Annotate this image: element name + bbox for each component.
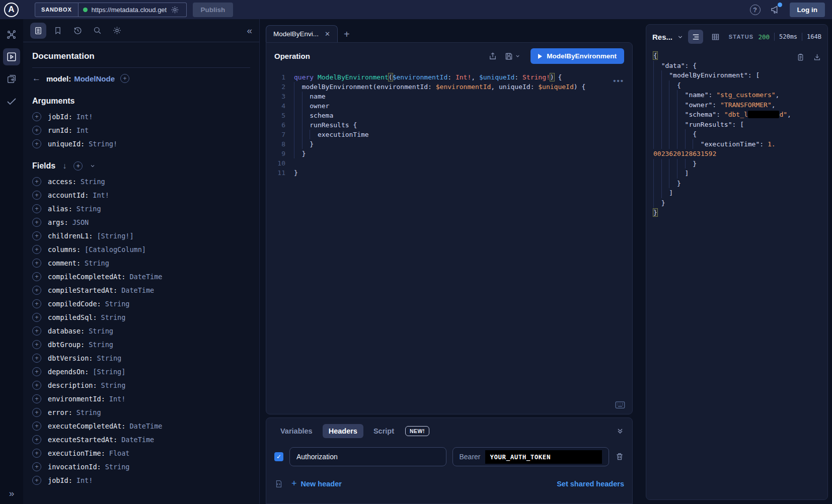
apollo-logo[interactable]: A	[4, 3, 19, 17]
field-type[interactable]: String	[85, 259, 109, 267]
field-row[interactable]: +childrenL1:[String!]	[32, 229, 250, 242]
add-field-plus-icon[interactable]: +	[32, 245, 41, 254]
field-row[interactable]: +jobId:Int!	[32, 473, 250, 487]
field-row[interactable]: +columns:[CatalogColumn]	[32, 242, 250, 256]
new-tab-plus-icon[interactable]: +	[343, 29, 353, 42]
settings-gear-icon[interactable]	[109, 23, 125, 39]
field-type[interactable]: Int!	[77, 476, 93, 484]
close-tab-icon[interactable]: ✕	[325, 30, 330, 38]
tab-variables[interactable]: Variables	[274, 424, 319, 438]
field-type[interactable]: String	[89, 341, 113, 349]
header-value-input[interactable]: Bearer YOUR_AUTH_TOKEN	[452, 447, 610, 466]
field-type[interactable]: String	[77, 205, 101, 213]
field-row[interactable]: +dbtGroup:String	[32, 338, 250, 351]
add-field-plus-icon[interactable]: +	[32, 299, 41, 308]
pretty-print-view-icon[interactable]	[688, 30, 703, 44]
publish-button[interactable]: Publish	[193, 3, 234, 17]
new-header-button[interactable]: + New header	[291, 478, 342, 489]
field-row[interactable]: +description:String	[32, 378, 250, 392]
auth-token-value[interactable]: YOUR_AUTH_TOKEN	[485, 450, 602, 464]
schema-graph-icon[interactable]	[3, 26, 20, 43]
add-field-plus-icon[interactable]: +	[32, 408, 41, 417]
field-row[interactable]: +error:String	[32, 405, 250, 419]
field-row[interactable]: +args:JSON	[32, 215, 250, 229]
header-enabled-checkbox[interactable]: ✓	[274, 452, 283, 461]
field-row[interactable]: +executeStartedAt:DateTime	[32, 433, 250, 446]
argument-row[interactable]: +jobId:Int!	[32, 110, 250, 123]
add-field-plus-icon[interactable]: +	[32, 326, 41, 335]
checks-icon[interactable]	[3, 93, 20, 110]
add-field-plus-icon[interactable]: +	[32, 435, 41, 444]
field-type[interactable]: [String!]	[97, 232, 133, 240]
collapse-docs-panel-icon[interactable]: «	[247, 25, 252, 36]
field-row[interactable]: +dbtVersion:String	[32, 351, 250, 365]
field-row[interactable]: +executionTime:Float	[32, 446, 250, 460]
add-field-plus-icon[interactable]: +	[32, 272, 41, 281]
argument-row[interactable]: +uniqueId:String!	[32, 137, 250, 150]
saved-operations-bookmark-icon[interactable]	[50, 23, 66, 39]
keyboard-shortcuts-icon[interactable]	[615, 401, 625, 409]
add-field-plus-icon[interactable]: +	[32, 476, 41, 485]
response-body[interactable]: {"data": {"modelByEnvironment": [{"name"…	[646, 47, 827, 499]
field-type[interactable]: DateTime	[121, 286, 154, 294]
collections-icon[interactable]	[3, 70, 20, 88]
add-field-plus-icon[interactable]: +	[32, 259, 41, 268]
add-field-plus-icon[interactable]: +	[32, 340, 41, 349]
field-row[interactable]: +dependsOn:[String]	[32, 365, 250, 378]
add-field-plus-icon[interactable]: +	[32, 394, 41, 403]
add-field-plus-icon[interactable]: +	[32, 231, 41, 240]
add-field-plus-icon[interactable]: +	[32, 218, 41, 227]
field-row[interactable]: +accountId:Int!	[32, 188, 250, 202]
add-field-plus-icon[interactable]: +	[32, 422, 41, 431]
field-type[interactable]: String	[101, 313, 126, 321]
breadcrumb-type[interactable]: ModelNode	[74, 74, 115, 83]
field-type[interactable]: String	[81, 178, 105, 186]
add-field-plus-icon[interactable]: +	[32, 177, 41, 186]
field-type[interactable]: String	[101, 381, 126, 389]
fields-options-chevron-icon[interactable]	[90, 163, 96, 169]
documentation-tab-icon[interactable]	[30, 23, 46, 39]
field-type[interactable]: [CatalogColumn]	[85, 245, 146, 254]
add-field-plus-icon[interactable]: +	[120, 74, 129, 83]
endpoint-url-box[interactable]: https://metadata.cloud.get	[79, 3, 187, 17]
tab-script[interactable]: Script	[367, 424, 400, 438]
add-field-plus-icon[interactable]: +	[32, 126, 41, 135]
run-operation-button[interactable]: ModelByEnvironment	[531, 48, 624, 64]
help-icon[interactable]: ?	[750, 5, 761, 15]
add-field-plus-icon[interactable]: +	[32, 381, 41, 390]
operation-tab[interactable]: ModelByEnvi... ✕	[266, 25, 338, 42]
explorer-icon[interactable]	[3, 48, 20, 65]
field-row[interactable]: +compileStartedAt:DateTime	[32, 283, 250, 297]
argument-row[interactable]: +runId:Int	[32, 123, 250, 137]
field-type[interactable]: String	[105, 463, 130, 471]
sort-fields-icon[interactable]: ↓	[62, 161, 66, 171]
back-arrow-icon[interactable]: ←	[32, 73, 41, 83]
editor-overflow-menu-icon[interactable]: •••	[613, 76, 624, 85]
add-field-plus-icon[interactable]: +	[32, 191, 41, 200]
field-row[interactable]: +compiledSql:String	[32, 310, 250, 324]
save-operation-combo[interactable]	[504, 52, 520, 61]
add-field-plus-icon[interactable]: +	[32, 204, 41, 213]
add-all-fields-icon[interactable]: +	[73, 161, 83, 171]
field-row[interactable]: +database:String	[32, 324, 250, 338]
share-operation-icon[interactable]	[488, 52, 497, 61]
add-field-plus-icon[interactable]: +	[32, 139, 41, 148]
response-chevron-icon[interactable]	[677, 34, 684, 40]
add-field-plus-icon[interactable]: +	[32, 286, 41, 295]
add-field-plus-icon[interactable]: +	[32, 112, 41, 121]
field-type[interactable]: String	[97, 354, 121, 362]
add-field-plus-icon[interactable]: +	[32, 367, 41, 376]
field-type[interactable]: DateTime	[129, 422, 162, 430]
field-type[interactable]: Int	[77, 126, 89, 134]
add-field-plus-icon[interactable]: +	[32, 313, 41, 322]
field-row[interactable]: +comment:String	[32, 256, 250, 270]
field-type[interactable]: Int!	[93, 191, 109, 199]
login-button[interactable]: Log in	[790, 3, 825, 17]
field-type[interactable]: DateTime	[121, 436, 154, 444]
delete-header-trash-icon[interactable]	[615, 452, 624, 461]
field-type[interactable]: DateTime	[129, 273, 162, 281]
field-type[interactable]: [String]	[93, 368, 125, 376]
add-field-plus-icon[interactable]: +	[32, 354, 41, 363]
collapse-panel-double-chevron-icon[interactable]	[616, 427, 624, 435]
add-field-plus-icon[interactable]: +	[32, 462, 41, 471]
